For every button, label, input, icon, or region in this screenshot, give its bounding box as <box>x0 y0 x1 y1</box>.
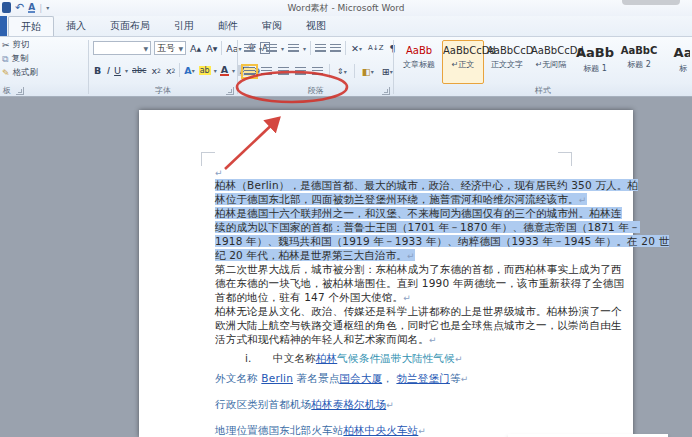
text-line-9: 首都的地位，驻有 147 个外国大使馆。↵ <box>215 291 411 305</box>
window-title: Word素材 - Microsoft Word <box>0 2 692 15</box>
ribbon-tabs: 开始插入页面布局引用邮件审阅视图 <box>8 16 338 36</box>
strikethrough-button[interactable]: abc <box>131 66 147 75</box>
style-preview: Aa <box>663 45 690 60</box>
text-segment: ， <box>382 372 396 384</box>
text-segment: 柏林（Berlin），是德国首都、最大的城市，政治、经济中心，现有居民约 350… <box>215 179 638 191</box>
line-spacing-icon[interactable]: ⇕▾ <box>336 67 348 76</box>
text-segment: 欧洲大陆上航空与铁路交通枢纽的角色，同时它也是全球焦点城市之一，以崇尚自由生 <box>215 319 622 331</box>
style-item-2[interactable]: AaBbCcD正文文字 <box>486 40 528 84</box>
text-segment: 柏林无论是从文化、政治、传媒还是科学上讲都称的上是世界级城市。柏林扮演了一个 <box>215 305 622 317</box>
style-name: 标 <box>663 63 690 74</box>
cut-button[interactable]: ✂ 剪切 <box>2 39 88 51</box>
text-segment: 外文名称 <box>215 372 261 384</box>
tab-0[interactable]: 开始 <box>8 16 54 36</box>
tab-6[interactable]: 视图 <box>294 16 338 36</box>
font-color-button[interactable]: A <box>220 65 229 76</box>
asian-layout-icon[interactable]: ✕▾ <box>350 43 363 54</box>
margin-mark-top-right <box>558 152 572 166</box>
superscript-button[interactable]: x2 <box>165 65 176 76</box>
style-item-0[interactable]: AaBb文章标题 <box>398 40 440 84</box>
style-item-6[interactable]: Aa标 <box>662 40 690 84</box>
numbering-icon[interactable] <box>266 44 277 53</box>
text-line-3: 柏林是德国十六个联邦州之一，和汉堡、不来梅同为德国仅有的三个的城市州。柏林连 <box>215 207 622 220</box>
ribbon: ✂ 剪切 ⧉ 复制 ✎ 格式刷 板 ▼ 五号 <box>0 36 692 97</box>
align-right-icon[interactable] <box>278 67 289 76</box>
font-name-combo[interactable]: ▼ <box>93 41 151 55</box>
tab-5[interactable]: 审阅 <box>250 16 294 36</box>
text-segment: 活方式和现代精神的年轻人和艺术家而闻名。 <box>215 333 429 345</box>
increase-indent-icon[interactable] <box>330 44 341 53</box>
style-name: ↵正文 <box>443 59 483 70</box>
style-name: ↵无间隔 <box>531 59 571 70</box>
document-area: ↵柏林（Berlin），是德国首都、最大的城市，政治、经济中心，现有居民约 35… <box>0 97 692 437</box>
clipboard-group-label: 板 <box>0 85 88 96</box>
bold-button[interactable]: B <box>93 65 102 76</box>
text-segment: 柏林是德国十六个联邦州之一，和汉堡、不来梅同为德国仅有的三个的城市州。柏林连 <box>215 207 622 219</box>
text-line-6: 纪 20 年代，柏林是世界第三大自治市。↵ <box>215 249 415 263</box>
title-bar: ↶ A | ▾ Word素材 - Microsoft Word <box>0 0 692 16</box>
hyperlink[interactable]: 勃兰登堡门 <box>396 372 450 384</box>
justify-icon[interactable] <box>295 67 306 76</box>
align-left-icon[interactable] <box>244 67 255 76</box>
document-page[interactable]: ↵柏林（Berlin），是德国首都、最大的城市，政治、经济中心，现有居民约 35… <box>139 110 633 437</box>
text-segment: 行政区类别首都机场 <box>215 398 311 410</box>
style-item-4[interactable]: AaBb标题 1 <box>574 40 616 84</box>
grow-font-button[interactable]: A▲ <box>189 43 202 54</box>
style-item-5[interactable]: AaBbC标题 2 <box>618 40 660 84</box>
format-painter-icon: ✎ <box>2 68 10 78</box>
copy-button[interactable]: ⧉ 复制 <box>2 53 88 65</box>
text-segment: 续的成为以下国家的首都：普鲁士王国（1701 年－1870 年）、德意志帝国（1… <box>215 221 640 233</box>
text-segment: ↵ <box>579 195 587 205</box>
hyperlink[interactable]: 柏林 <box>316 352 337 364</box>
styles-group-label: 样式 <box>394 85 692 96</box>
decrease-indent-icon[interactable] <box>315 44 326 53</box>
style-name: 标题 1 <box>575 63 615 74</box>
shading-icon[interactable]: ◧▾ <box>361 66 375 77</box>
style-item-3[interactable]: AaBbCcDd↵无间隔 <box>530 40 572 84</box>
bullets-icon[interactable] <box>244 44 255 53</box>
style-item-1[interactable]: AaBbCcDd↵正文 <box>442 40 484 84</box>
underline-button[interactable]: U <box>113 65 122 76</box>
highlight-color-button[interactable]: ab <box>199 66 211 75</box>
text-segment: 1918 年）、魏玛共和国（1919 年－1933 年）、纳粹德国（1933 年… <box>215 235 669 247</box>
font-name-dropdown-icon: ▼ <box>140 45 148 52</box>
subscript-button[interactable]: x2 <box>150 65 161 76</box>
text-line-12: 活方式和现代精神的年轻人和艺术家而闻名。↵ <box>215 333 437 347</box>
hyperlink[interactable]: 柏林中央火车站 <box>343 424 418 436</box>
font-size-combo[interactable]: 五号 ▼ <box>154 41 186 55</box>
text-segment: 首都的地位，驻有 147 个外国大使馆。 <box>215 291 403 303</box>
tab-3[interactable]: 引用 <box>162 16 206 36</box>
text-segment: ↵ <box>215 168 223 178</box>
margin-mark-top-left <box>201 152 215 166</box>
distribute-icon[interactable] <box>312 67 323 76</box>
text-segment: i. <box>245 352 252 364</box>
copy-label: 复制 <box>11 53 28 65</box>
style-preview: AaBbC <box>619 45 659 56</box>
paragraph-group: ▾ ▾ ▾ ✕▾ A↓Z ¶ ⇕▾ ◧▾ ⊞▾ <box>238 37 393 97</box>
multilevel-list-icon[interactable] <box>288 44 299 53</box>
file-tab[interactable] <box>0 16 7 36</box>
hyperlink[interactable]: 国会大厦 <box>339 372 382 384</box>
align-center-icon[interactable] <box>261 67 272 76</box>
shrink-font-button[interactable]: A▼ <box>205 43 218 54</box>
italic-button[interactable]: I <box>105 65 110 76</box>
tab-4[interactable]: 邮件 <box>206 16 250 36</box>
clipboard-dialog-launcher-icon[interactable] <box>16 87 24 95</box>
text-effects-button[interactable]: A▾ <box>183 65 195 76</box>
text-segment: 地理位置德国东北部火车站 <box>215 424 343 436</box>
style-preview: AaBb <box>575 45 615 60</box>
paragraph-dialog-launcher-icon[interactable] <box>382 87 390 95</box>
tab-1[interactable]: 插入 <box>54 16 98 36</box>
styles-group: AaBb文章标题AaBbCcDd↵正文AaBbCcD正文文字AaBbCcDd↵无… <box>394 37 692 97</box>
format-painter-label: 格式刷 <box>13 67 39 79</box>
sort-icon[interactable]: A↓Z <box>367 44 384 52</box>
borders-icon[interactable]: ⊞▾ <box>381 66 394 77</box>
style-preview: AaBb <box>399 45 439 56</box>
tab-2[interactable]: 页面布局 <box>98 16 162 36</box>
font-dialog-launcher-icon[interactable] <box>226 87 234 95</box>
style-preview: AaBbCcDd <box>443 45 483 56</box>
hyperlink[interactable]: 柏林泰格尔机场 <box>311 398 386 410</box>
text-line-4: 续的成为以下国家的首都：普鲁士王国（1701 年－1870 年）、德意志帝国（1… <box>215 221 640 234</box>
format-painter-button[interactable]: ✎ 格式刷 <box>2 67 88 79</box>
hyperlink[interactable]: Berlin <box>261 372 293 384</box>
